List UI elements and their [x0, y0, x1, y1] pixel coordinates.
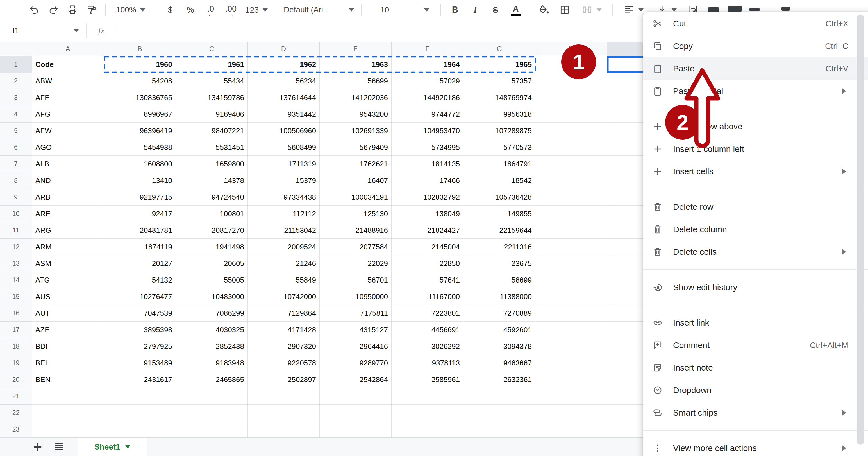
cell-E17[interactable]: 4315127: [320, 322, 392, 338]
cell-B8[interactable]: 13410: [104, 172, 176, 189]
cell-F6[interactable]: 5734995: [392, 139, 464, 156]
column-header-A[interactable]: A: [32, 41, 104, 56]
font-size-dropdown[interactable]: 10: [366, 2, 437, 18]
number-format-dropdown[interactable]: 123: [241, 2, 272, 18]
decrease-decimal-button[interactable]: .0←: [200, 2, 221, 18]
row-header-19[interactable]: 19: [0, 355, 32, 371]
cell-G15[interactable]: 11388000: [464, 288, 535, 305]
menu-item-delete-cells[interactable]: Delete cells: [643, 241, 868, 263]
cell-F9[interactable]: 102832792: [392, 189, 464, 205]
menu-item-cut[interactable]: CutCtrl+X: [643, 12, 868, 35]
row-header-12[interactable]: 12: [0, 239, 32, 255]
cell-C19[interactable]: 9183948: [176, 355, 248, 371]
format-currency-button[interactable]: $: [160, 2, 180, 18]
cell-D13[interactable]: 21246: [248, 255, 320, 272]
cell-E11[interactable]: 21488916: [320, 222, 392, 239]
cell-B16[interactable]: 7047539: [104, 305, 176, 322]
cell-A7[interactable]: ALB: [32, 156, 104, 172]
cell-D8[interactable]: 15379: [248, 172, 320, 189]
cell-B19[interactable]: 9153489: [104, 355, 176, 371]
cell-A22[interactable]: [32, 404, 104, 421]
cell-H23[interactable]: [535, 421, 607, 437]
cell-H9[interactable]: [535, 189, 607, 205]
cell-G8[interactable]: 18542: [464, 172, 535, 189]
menu-item-comment[interactable]: CommentCtrl+Alt+M: [643, 334, 868, 357]
cell-H10[interactable]: [535, 205, 607, 222]
cell-E7[interactable]: 1762621: [320, 156, 392, 172]
cell-B11[interactable]: 20481781: [104, 222, 176, 239]
cell-A16[interactable]: AUT: [32, 305, 104, 322]
menu-item-view-more-cell-actions[interactable]: View more cell actions: [643, 437, 868, 456]
cell-C9[interactable]: 94724540: [176, 189, 248, 205]
cell-A10[interactable]: ARE: [32, 205, 104, 222]
cell-A13[interactable]: ASM: [32, 255, 104, 272]
cell-D21[interactable]: [248, 388, 320, 404]
cell-B15[interactable]: 10276477: [104, 288, 176, 305]
fill-color-button[interactable]: [534, 2, 555, 18]
cell-A3[interactable]: AFE: [32, 89, 104, 106]
all-sheets-button[interactable]: [52, 440, 66, 454]
cell-A5[interactable]: AFW: [32, 122, 104, 139]
cell-B10[interactable]: 92417: [104, 205, 176, 222]
cell-C14[interactable]: 55005: [176, 272, 248, 288]
cell-B18[interactable]: 2797925: [104, 338, 176, 355]
cell-G6[interactable]: 5770573: [464, 139, 535, 156]
row-header-11[interactable]: 11: [0, 222, 32, 239]
cell-G20[interactable]: 2632361: [464, 371, 535, 388]
cell-E9[interactable]: 100034191: [320, 189, 392, 205]
cell-F11[interactable]: 21824427: [392, 222, 464, 239]
cell-B14[interactable]: 54132: [104, 272, 176, 288]
cell-C8[interactable]: 14378: [176, 172, 248, 189]
cell-H16[interactable]: [535, 305, 607, 322]
cell-H22[interactable]: [535, 404, 607, 421]
row-header-1[interactable]: 1: [0, 56, 32, 73]
italic-button[interactable]: I: [465, 2, 486, 18]
row-header-4[interactable]: 4: [0, 106, 32, 122]
cell-A15[interactable]: AUS: [32, 288, 104, 305]
cell-G10[interactable]: 149855: [464, 205, 535, 222]
cell-G7[interactable]: 1864791: [464, 156, 535, 172]
cell-B4[interactable]: 8996967: [104, 106, 176, 122]
cell-E5[interactable]: 102691339: [320, 122, 392, 139]
cell-G5[interactable]: 107289875: [464, 122, 535, 139]
print-button[interactable]: [63, 2, 82, 18]
cell-E20[interactable]: 2542864: [320, 371, 392, 388]
cell-G3[interactable]: 148769974: [464, 89, 535, 106]
cell-H3[interactable]: [535, 89, 607, 106]
cell-H13[interactable]: [535, 255, 607, 272]
cell-A19[interactable]: BEL: [32, 355, 104, 371]
cell-E22[interactable]: [320, 404, 392, 421]
cell-H19[interactable]: [535, 355, 607, 371]
cell-A4[interactable]: AFG: [32, 106, 104, 122]
cell-F19[interactable]: 9378113: [392, 355, 464, 371]
menu-item-smart-chips[interactable]: Smart chips: [643, 401, 868, 424]
zoom-dropdown[interactable]: 100%: [110, 2, 152, 18]
cell-A12[interactable]: ARM: [32, 239, 104, 255]
row-header-15[interactable]: 15: [0, 288, 32, 305]
cell-D9[interactable]: 97334438: [248, 189, 320, 205]
merge-cells-button[interactable]: [575, 2, 609, 18]
cell-G11[interactable]: 22159644: [464, 222, 535, 239]
cell-E23[interactable]: [320, 421, 392, 437]
cell-C5[interactable]: 98407221: [176, 122, 248, 139]
cell-D11[interactable]: 21153042: [248, 222, 320, 239]
cell-D7[interactable]: 1711319: [248, 156, 320, 172]
menu-item-delete-row[interactable]: Delete row: [643, 196, 868, 218]
cell-D1[interactable]: 1962: [248, 56, 320, 73]
cell-F2[interactable]: 57029: [392, 73, 464, 89]
cell-D19[interactable]: 9220578: [248, 355, 320, 371]
name-box[interactable]: I1: [0, 26, 79, 35]
font-dropdown[interactable]: Default (Ari...: [280, 2, 357, 18]
cell-B2[interactable]: 54208: [104, 73, 176, 89]
cell-H15[interactable]: [535, 288, 607, 305]
cell-A6[interactable]: AGO: [32, 139, 104, 156]
cell-C16[interactable]: 7086299: [176, 305, 248, 322]
cell-C12[interactable]: 1941498: [176, 239, 248, 255]
format-percent-button[interactable]: %: [180, 2, 200, 18]
cell-B17[interactable]: 3895398: [104, 322, 176, 338]
cell-D17[interactable]: 4171428: [248, 322, 320, 338]
cell-C6[interactable]: 5531451: [176, 139, 248, 156]
cell-D20[interactable]: 2502897: [248, 371, 320, 388]
cell-E19[interactable]: 9289770: [320, 355, 392, 371]
cell-C15[interactable]: 10483000: [176, 288, 248, 305]
